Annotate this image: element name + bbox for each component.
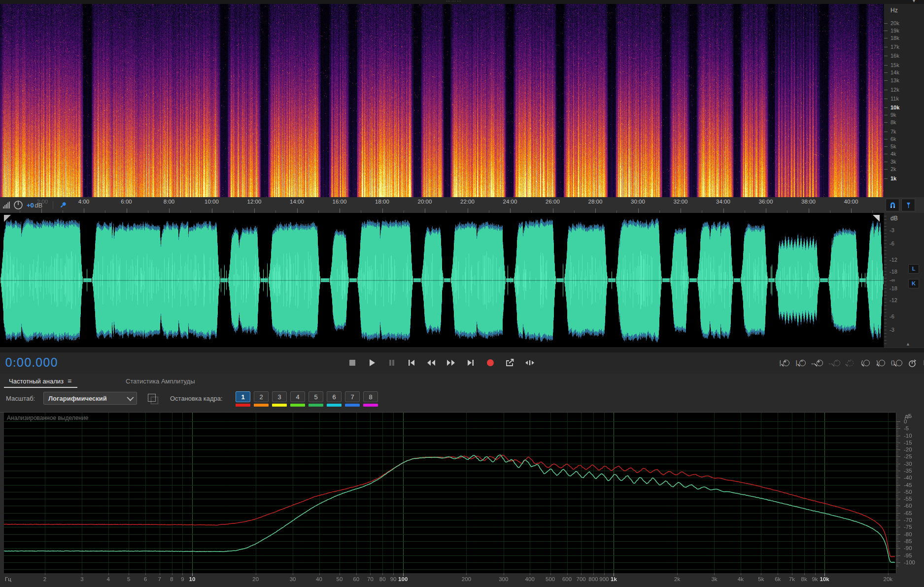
timeline-tick (468, 208, 468, 213)
hold-button-5[interactable]: 5 (308, 391, 323, 407)
hold-button-2[interactable]: 2 (254, 391, 269, 407)
snap-magnet-button[interactable] (886, 199, 899, 211)
hold-button-8[interactable]: 8 (363, 391, 378, 407)
pause-button[interactable] (384, 355, 399, 370)
zoom-in-vertical-button[interactable]: ❘ (778, 356, 789, 369)
frequency-tick-label: 11k (890, 96, 899, 102)
x-tick-label: 400 (525, 576, 535, 582)
marker-pin-button[interactable] (901, 199, 915, 211)
y-tick-label: -10 (904, 433, 912, 439)
zoom-reset-timer-button[interactable] (907, 356, 918, 369)
frequency-tick (884, 132, 888, 132)
zoom-to-in-point-button[interactable]: ⟨ (860, 356, 871, 369)
zoom-to-selection-button[interactable]: ⟨⟩ (890, 356, 902, 369)
copy-graph-button[interactable] (148, 394, 156, 402)
x-tick-label: 80 (379, 576, 386, 582)
frequency-tick-label: 5k (890, 143, 896, 149)
time-display[interactable]: 0:00.000 (5, 356, 58, 370)
timeline-tick (595, 208, 596, 213)
magnifier-icon (863, 360, 870, 366)
x-tick-label: 70 (367, 576, 374, 582)
timeline-ruler[interactable]: 2:004:006:008:0010:0012:0014:0016:0018:0… (0, 197, 884, 213)
channel-badge-k[interactable]: K (908, 279, 919, 288)
hold-button-6[interactable]: 6 (327, 391, 342, 407)
x-tick-label: 100 (398, 576, 408, 582)
waveform-display[interactable] (0, 213, 884, 347)
waveform-left-trim-handle[interactable] (4, 215, 11, 222)
rewind-button[interactable] (424, 355, 439, 370)
pin-icon (59, 201, 67, 209)
hold-button-3[interactable]: 3 (272, 391, 287, 407)
scrub-button[interactable] (522, 355, 537, 370)
zoom-full-vertical-button[interactable]: Ⅰ (922, 356, 924, 369)
hold-label: Остановка кадра: (170, 395, 223, 402)
waveform-right-trim-handle[interactable] (873, 215, 880, 222)
hold-button-4[interactable]: 4 (290, 391, 305, 407)
frequency-ruler[interactable]: Hz 20k19k18k17k16k15k14k13k12k11k10k9k8k… (884, 4, 924, 197)
spectrogram-display[interactable] (0, 4, 884, 197)
hold-button-7[interactable]: 7 (345, 391, 360, 407)
frequency-tick-label: 10k (890, 104, 899, 110)
x-tick-label: 2k (674, 576, 680, 582)
timeline-tick (766, 208, 766, 213)
gain-value[interactable]: +0 (27, 202, 34, 209)
skip-to-end-button[interactable] (463, 355, 478, 370)
x-tick-label: 900 (599, 576, 609, 582)
timeline-tick (169, 208, 170, 213)
timeline-tick (723, 208, 724, 213)
stop-button[interactable] (345, 355, 360, 370)
gain-knob-icon[interactable] (13, 200, 23, 210)
zoom-out-full-button[interactable] (845, 356, 856, 369)
timeline-tick (510, 208, 511, 213)
drag-handle-icon[interactable]: ⋯⋯⋯ (446, 0, 462, 3)
channel-badge-l[interactable]: L (908, 264, 919, 274)
frequency-tick (884, 80, 888, 81)
x-tick-label: 1k (611, 576, 617, 582)
zoom-to-out-point-button[interactable]: ⟩ (875, 356, 886, 369)
hold-color-bar (345, 404, 360, 407)
chart-canvas[interactable] (0, 410, 924, 587)
skip-to-start-button[interactable] (404, 355, 419, 370)
x-axis-unit: Гц (5, 576, 11, 582)
amplitude-ruler-ticks (884, 216, 887, 345)
scroll-up-icon[interactable]: ▲ (906, 342, 910, 346)
snap-pin-button[interactable] (57, 199, 69, 211)
x-tick-label: 10 (189, 576, 196, 582)
scale-dropdown[interactable]: Логарифмический (43, 392, 137, 405)
frequency-tick-label: 18k (890, 35, 899, 41)
zoom-buttons: ❘ ❘ ↔ ↔ ⟨ ⟩ ⟨⟩ Ⅰ (778, 356, 924, 369)
y-tick-label: -100 (904, 559, 915, 565)
zoom-out-horizontal-button[interactable]: ↔ (827, 356, 840, 369)
timeline-label: 22:00 (460, 199, 475, 205)
zoom-out-vertical-button[interactable]: ❘ (794, 356, 806, 369)
amplitude-ruler[interactable]: dB ▲ -3-6-12-18-∞-18-12-6-3LK (884, 213, 924, 347)
loop-playback-button[interactable] (503, 355, 517, 370)
y-tick-label: -95 (904, 552, 912, 558)
panel-drag-strip[interactable]: ⋯⋯⋯ ▾ (0, 0, 924, 4)
y-tick-label: -45 (904, 482, 912, 488)
tab-amplitude-statistics[interactable]: Статистика Амплитуды (126, 374, 195, 388)
zoom-in-horizontal-button[interactable]: ↔ (810, 356, 823, 369)
frequency-tick (884, 162, 888, 162)
tab-frequency-analysis[interactable]: Частотный анализ ≡ (9, 374, 71, 388)
y-tick-label: -60 (904, 503, 912, 509)
fast-forward-button[interactable] (444, 355, 458, 370)
y-tick-label: -50 (904, 489, 912, 495)
hold-buttons: 12345678 (236, 391, 378, 407)
magnifier-plus-icon (817, 360, 823, 366)
frequency-ruler-unit: Hz (890, 7, 898, 14)
play-button[interactable] (365, 355, 379, 370)
panel-tabs: Частотный анализ ≡ Статистика Амплитуды (0, 374, 924, 389)
record-button[interactable] (483, 355, 498, 370)
frequency-tick (884, 99, 888, 99)
panel-menu-icon[interactable]: ≡ (68, 377, 71, 385)
levels-icon[interactable] (3, 202, 10, 208)
panel-collapse-icon[interactable]: ▾ (913, 0, 915, 3)
frequency-tick (884, 178, 888, 179)
frequency-tick (884, 154, 888, 154)
hold-button-1[interactable]: 1 (236, 391, 250, 407)
timeline-label: 18:00 (375, 199, 389, 205)
toolbar-separator (53, 201, 53, 209)
frequency-tick (884, 38, 888, 38)
timeline-label: 12:00 (247, 199, 262, 205)
